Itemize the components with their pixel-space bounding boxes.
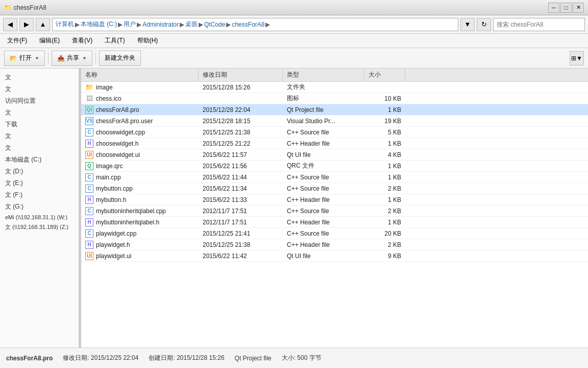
up-button[interactable]: ▲ <box>36 18 50 31</box>
file-date-cell: 2015/12/28 18:15 <box>199 116 283 126</box>
cpp-icon: C <box>85 207 93 215</box>
file-type-cell: 图标 <box>283 93 364 104</box>
addressbar: ◀ ▶ ▲ 计算机 ▶ 本地磁盘 (C:) ▶ 用户 ▶ Administrat… <box>0 15 588 34</box>
share-button[interactable]: 📤 共享 ▼ <box>52 51 92 66</box>
view-options-button[interactable]: ⊞▼ <box>570 51 584 65</box>
maximize-button[interactable]: □ <box>560 3 572 13</box>
file-date-cell: 2012/11/7 17:51 <box>199 205 283 216</box>
sidebar-item-network-w[interactable]: eMi (\\192.168.31.1) (W:) <box>0 213 79 222</box>
path-item-desktop[interactable]: 桌面 <box>185 20 198 29</box>
sidebar-item-c-drive[interactable]: 本地磁盘 (C:) <box>0 154 79 166</box>
open-label: 打开 <box>19 54 32 62</box>
sidebar-item-3[interactable]: 文 <box>0 107 79 119</box>
file-name: playwidget.ui <box>96 252 131 260</box>
sidebar-item-g-drive[interactable]: 文 (G:) <box>0 201 79 213</box>
sidebar-item-network-z[interactable]: 文 (\\192.168.31.189) (Z:) <box>0 222 79 233</box>
sidebar-item-d-drive[interactable]: 文 (D:) <box>0 166 79 177</box>
file-name-cell: 📁 image <box>81 82 199 93</box>
h-icon: H <box>85 140 93 148</box>
table-row[interactable]: 📁 image 2015/12/28 15:26 文件夹 <box>81 82 588 93</box>
menu-file[interactable]: 文件(F) <box>3 35 31 46</box>
sidebar-item-downloads[interactable]: 下载 <box>0 119 79 130</box>
file-name-cell: H mybutton.h <box>81 194 199 205</box>
table-row[interactable]: C playwidget.cpp 2015/12/25 21:41 C++ So… <box>81 228 588 239</box>
file-name: chessForA8.pro.user <box>96 118 153 125</box>
file-name-cell: H choosewidget.h <box>81 138 199 149</box>
file-list-header: 名称 修改日期 类型 大小 <box>81 68 588 82</box>
table-row[interactable]: C mybuttoninheritqlabel.cpp 2012/11/7 17… <box>81 205 588 217</box>
new-folder-button[interactable]: 新建文件夹 <box>99 51 141 66</box>
file-size-cell: 5 KB <box>364 127 405 137</box>
cpp-icon: C <box>85 185 93 193</box>
sidebar-item-favorite-places[interactable]: 访问同位置 <box>0 95 79 107</box>
open-icon: 📂 <box>10 55 17 62</box>
file-size-cell: 1 KB <box>364 138 405 149</box>
file-date-cell: 2015/6/22 11:33 <box>199 194 283 205</box>
path-item-users[interactable]: 用户 <box>124 20 136 29</box>
table-row[interactable]: Q image.qrc 2015/6/22 11:56 QRC 文件 1 KB <box>81 160 588 172</box>
file-type-cell: C++ Source file <box>283 172 364 182</box>
file-name: image <box>96 84 113 91</box>
path-item-c[interactable]: 本地磁盘 (C:) <box>81 20 117 29</box>
search-input[interactable] <box>493 18 585 31</box>
column-header-size[interactable]: 大小 <box>364 68 405 81</box>
sidebar-item-1[interactable]: 文 <box>0 72 79 83</box>
table-row[interactable]: VS chessForA8.pro.user 2015/12/28 18:15 … <box>81 116 588 127</box>
folder-icon: 📁 <box>85 83 93 91</box>
dropdown-button[interactable]: ▼ <box>460 18 475 31</box>
menu-view[interactable]: 查看(V) <box>68 35 96 46</box>
column-header-name[interactable]: 名称 <box>81 68 199 81</box>
menu-tools[interactable]: 工具(T) <box>101 35 129 46</box>
table-row[interactable]: 🖼 chess.ico 图标 10 KB <box>81 93 588 104</box>
file-size-cell: 1 KB <box>364 172 405 182</box>
path-item-admin[interactable]: Administrator <box>142 21 179 28</box>
column-header-date[interactable]: 修改日期 <box>199 68 283 81</box>
sidebar-item-e-drive[interactable]: 文 (E:) <box>0 177 79 189</box>
refresh-button[interactable]: ↻ <box>477 18 491 31</box>
table-row[interactable]: Qt chessForA8.pro 2015/12/28 22:04 Qt Pr… <box>81 104 588 116</box>
table-row[interactable]: UI playwidget.ui 2015/6/22 11:42 Qt UI f… <box>81 250 588 262</box>
table-row[interactable]: C mybutton.cpp 2015/6/22 11:34 C++ Sourc… <box>81 183 588 194</box>
file-size-cell: 1 KB <box>364 194 405 205</box>
sidebar-item-2[interactable]: 文 <box>0 83 79 95</box>
main-layout: 文 文 访问同位置 文 下载 文 文 本地磁盘 (C:) 文 (D:) 文 (E… <box>0 68 588 348</box>
file-type-cell: C++ Source file <box>283 205 364 216</box>
table-row[interactable]: C choosewidget.cpp 2015/12/25 21:38 C++ … <box>81 127 588 138</box>
forward-button[interactable]: ▶ <box>19 18 34 31</box>
sidebar-item-5[interactable]: 文 <box>0 142 79 154</box>
file-type-cell: Qt UI file <box>283 250 364 261</box>
file-name-cell: H playwidget.h <box>81 239 199 250</box>
file-type-cell: Visual Studio Pr... <box>283 116 364 126</box>
column-header-type[interactable]: 类型 <box>283 68 364 81</box>
table-row[interactable]: H mybutton.h 2015/6/22 11:33 C++ Header … <box>81 194 588 205</box>
table-row[interactable]: UI choosewidget.ui 2015/6/22 11:57 Qt UI… <box>81 149 588 160</box>
file-name: chessForA8.pro <box>96 106 139 113</box>
cpp-icon: C <box>85 229 93 238</box>
ico-icon: 🖼 <box>85 95 93 103</box>
close-button[interactable]: ✕ <box>573 3 584 13</box>
file-date-cell: 2015/6/22 11:42 <box>199 250 283 261</box>
sidebar-item-f-drive[interactable]: 文 (F:) <box>0 189 79 201</box>
file-date-cell: 2015/12/25 21:38 <box>199 127 283 137</box>
table-row[interactable]: H playwidget.h 2015/12/25 21:38 C++ Head… <box>81 239 588 250</box>
table-row[interactable]: C main.cpp 2015/6/22 11:44 C++ Source fi… <box>81 172 588 183</box>
table-row[interactable]: H mybuttoninheritqlabel.h 2012/11/7 17:5… <box>81 217 588 228</box>
share-icon: 📤 <box>57 55 65 62</box>
file-date-cell: 2012/11/7 17:51 <box>199 217 283 227</box>
cpp-icon: C <box>85 173 93 181</box>
path-item-chessfora8[interactable]: chessForA8 <box>232 21 264 28</box>
address-path[interactable]: 计算机 ▶ 本地磁盘 (C:) ▶ 用户 ▶ Administrator ▶ 桌… <box>52 18 458 31</box>
file-name: chess.ico <box>96 95 121 102</box>
table-row[interactable]: H choosewidget.h 2015/12/25 21:22 C++ He… <box>81 138 588 149</box>
path-item-qtcode[interactable]: QtCode <box>204 21 225 28</box>
file-date-cell: 2015/12/25 21:41 <box>199 228 283 239</box>
menu-help[interactable]: 帮助(H) <box>133 35 162 46</box>
minimize-button[interactable]: ─ <box>548 3 559 13</box>
ui-icon: UI <box>85 252 93 260</box>
back-button[interactable]: ◀ <box>3 18 17 31</box>
open-dropdown-arrow: ▼ <box>35 56 39 61</box>
path-item-computer[interactable]: 计算机 <box>56 20 74 29</box>
menu-edit[interactable]: 编辑(E) <box>35 35 64 46</box>
open-button[interactable]: 📂 打开 ▼ <box>4 51 45 66</box>
sidebar-item-4[interactable]: 文 <box>0 130 79 142</box>
